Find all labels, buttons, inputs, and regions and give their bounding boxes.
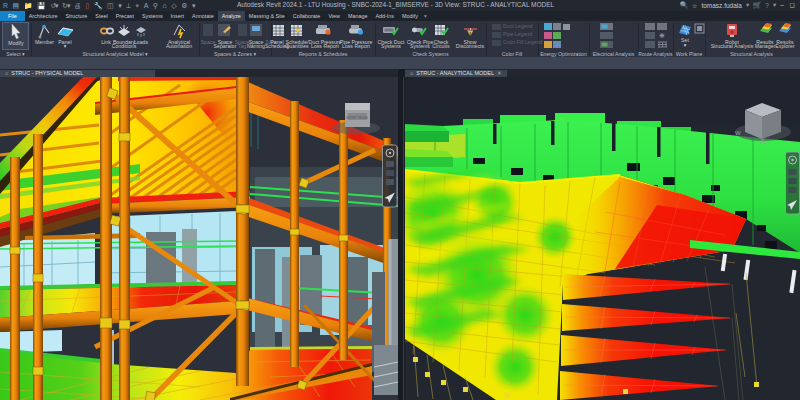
- svg-text:!: !: [469, 31, 471, 37]
- svg-text:W: W: [735, 130, 741, 136]
- svg-text:MONT HIGH: MONT HIGH: [346, 116, 368, 120]
- svg-text:S: S: [761, 138, 765, 144]
